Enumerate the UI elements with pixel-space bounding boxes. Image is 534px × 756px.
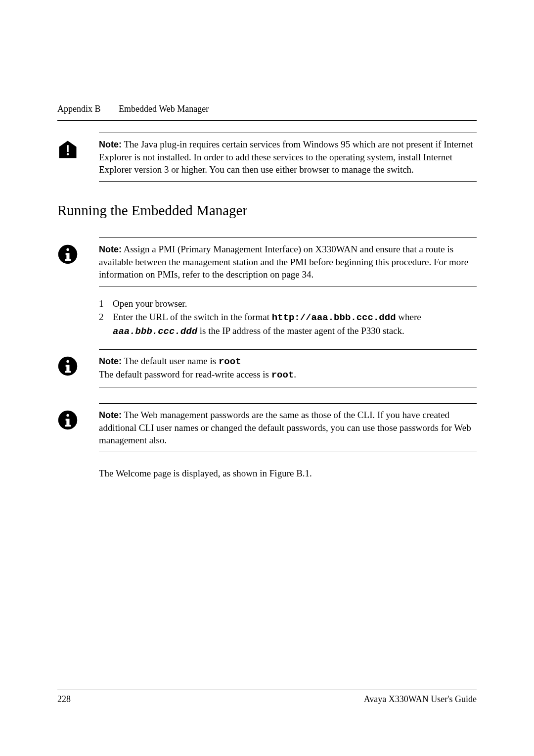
note-block-info: Note: The Web management passwords are t…: [57, 409, 477, 447]
note-label: Note:: [99, 140, 122, 149]
step-number: 2: [99, 311, 113, 338]
closing-line: The Welcome page is displayed, as shown …: [99, 468, 312, 478]
section-heading: Running the Embedded Manager: [57, 202, 477, 219]
steps-list: 1 Open your browser. 2 Enter the URL of …: [99, 297, 477, 338]
list-item: 1 Open your browser.: [99, 297, 477, 310]
note-line2c: .: [294, 369, 296, 379]
info-icon: [57, 356, 78, 377]
svg-point-1: [67, 153, 69, 155]
note-block-info: Note: The default user name is root The …: [57, 355, 477, 382]
step-text: Enter the URL of the switch in the forma…: [113, 312, 272, 322]
caution-icon: [57, 139, 78, 160]
list-item: 2 Enter the URL of the switch in the for…: [99, 311, 477, 338]
step-text: where: [398, 312, 421, 322]
note-top-rule: [99, 403, 477, 404]
svg-point-3: [66, 248, 69, 251]
step-body: Enter the URL of the switch in the forma…: [113, 311, 477, 338]
note-label: Note:: [99, 244, 122, 254]
note-line1a: The default user name is: [124, 356, 219, 366]
note-line2a: The default password for read-write acce…: [99, 369, 271, 379]
guide-title: Avaya X330WAN User's Guide: [364, 694, 477, 705]
info-icon: [57, 410, 78, 430]
ip-placeholder: aaa.bbb.ccc.ddd: [113, 326, 197, 337]
note-block-caution: Note: The Java plug-in requires certain …: [57, 138, 477, 176]
note-text: Note: Assign a PMI (Primary Management I…: [99, 243, 477, 281]
note-body: Assign a PMI (Primary Management Interfa…: [99, 244, 468, 280]
header-rule: [57, 120, 477, 121]
note-label: Note:: [99, 356, 122, 366]
note-top-rule: [99, 133, 477, 133]
note-label: Note:: [99, 410, 122, 420]
note-body: The Web management passwords are the sam…: [99, 410, 471, 445]
svg-point-5: [66, 360, 69, 363]
note-block-info: Note: Assign a PMI (Primary Management I…: [57, 243, 477, 281]
page-header: Appendix B Embedded Web Manager: [57, 104, 477, 114]
note-text: Note: The default user name is root The …: [99, 355, 477, 382]
note-bottom-rule: [99, 286, 477, 286]
step-body: Open your browser.: [113, 297, 477, 310]
note-top-rule: [99, 237, 477, 238]
url-code: http://aaa.bbb.ccc.ddd: [272, 312, 396, 323]
svg-point-7: [66, 414, 69, 417]
footer-row: 228 Avaya X330WAN User's Guide: [57, 694, 477, 705]
note-text: Note: The Java plug-in requires certain …: [99, 138, 477, 176]
footer-rule: [57, 690, 477, 690]
closing-text: The Welcome page is displayed, as shown …: [99, 468, 477, 479]
note-bottom-rule: [99, 452, 477, 452]
note-code: root: [271, 370, 294, 380]
header-title: Embedded Web Manager: [119, 104, 209, 114]
step-number: 1: [99, 297, 113, 310]
page-number: 228: [57, 694, 71, 705]
step-text: is the IP address of the master agent of…: [200, 326, 404, 336]
page-footer: 228 Avaya X330WAN User's Guide: [57, 690, 477, 705]
appendix-label: Appendix B: [57, 104, 101, 114]
note-top-rule: [99, 349, 477, 350]
note-body: The Java plug-in requires certain servic…: [99, 139, 473, 175]
note-bottom-rule: [99, 387, 477, 387]
document-page: Appendix B Embedded Web Manager Note: Th…: [0, 0, 534, 756]
svg-rect-0: [67, 145, 69, 152]
note-text: Note: The Web management passwords are t…: [99, 409, 477, 447]
note-bottom-rule: [99, 181, 477, 182]
info-icon: [57, 244, 78, 265]
note-code: root: [219, 356, 241, 367]
